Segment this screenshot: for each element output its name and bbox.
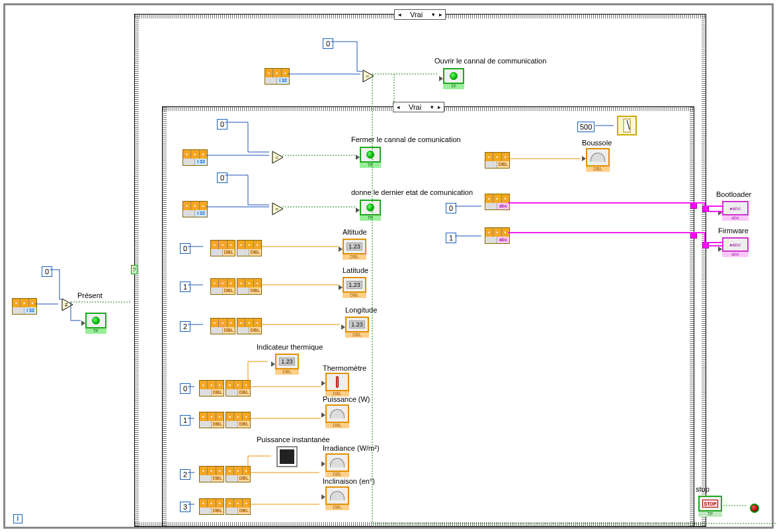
altitude-indicator: 1.23 DBL [343,239,366,260]
altitude-label: Altitude [343,228,367,236]
present-label: Présent [77,291,102,299]
case-inner-prev-icon[interactable]: ◂ [395,103,401,111]
power-label: Puissance (W) [323,395,370,403]
equal-node-outer: = [362,69,374,83]
dbl-terminal-alt-a: ▪▪▪ DBL [210,240,235,256]
latitude-indicator: 1.23 DBL [343,277,366,298]
close-channel-indicator: TF [360,147,381,168]
str-terminal-0: ▪▪▪ abc [485,194,510,210]
svg-text:=: = [275,206,278,212]
case-next-icon[interactable]: ▸ [437,11,444,19]
const-irr: 2 [180,469,190,480]
dbl-terminal-therm-a: ▪▪▪ DBL [199,380,224,397]
const-alt: 0 [180,243,190,254]
dbl-terminal-lat-a: ▪▪▪ DBL [210,278,235,295]
dbl-terminal-therm-b: ▪▪▪ DBL [225,380,251,397]
svg-text:=: = [366,73,369,79]
case-dropdown-icon[interactable]: ▾ [430,11,436,19]
outer-const-0: 0 [323,38,333,49]
loop-stop-condition [750,504,759,513]
bootloader-indicator: ▸abc abc [722,201,749,221]
equal-node-2: = [272,202,284,215]
conditional-tunnel: ? [131,265,138,274]
loop-iteration-terminal: i [13,514,22,523]
const-pwr: 1 [180,415,190,426]
str-terminal-1: ▪▪▪ abc [485,227,510,244]
case-inner-next-icon[interactable]: ▸ [436,103,442,111]
dbl-terminal-pwr-b: ▪▪▪ DBL [225,412,251,428]
bootloader-label: Bootloader [716,190,751,198]
instant-power-label: Puissance instantanée [257,436,330,443]
dbl-terminal-lon-a: ▪▪▪ DBL [210,318,235,334]
dbl-terminal-inc-a: ▪▪▪ DBL [199,498,224,515]
dbl-terminal-inc-b: ▪▪▪ DBL [225,498,251,515]
case-selector-outer[interactable]: ◂ Vrai ▾ ▸ [394,9,446,20]
irradiance-indicator: DBL [325,453,349,477]
i32-terminal-left: ▪▪▪ I 32 [12,298,37,315]
open-channel-label: Ouvrir le cannal de communication [434,57,546,65]
case-prev-icon[interactable]: ◂ [396,11,403,19]
case-structure-inner [162,106,694,527]
longitude-indicator: 1.23 DBL [345,317,369,338]
power-indicator: DBL [325,404,349,428]
tunnel-pink-2 [690,232,697,239]
const-r1: 1 [446,233,456,243]
case-selector-inner[interactable]: ◂ Vrai ▾ ▸ [393,102,444,112]
dbl-terminal-irr-a: ▪▪▪ DBL [199,466,224,482]
inner-const-mid: 0 [217,172,227,183]
longitude-label: Longitude [345,306,377,314]
const-zero-left: 0 [42,266,52,277]
dbl-terminal-irr-b: ▪▪▪ DBL [225,466,251,482]
inner-i32-1a: ▪▪▪ I 32 [183,149,208,166]
stop-label: stop [696,485,710,493]
thermal-ind-label: Indicateur thermique [257,343,323,351]
open-channel-indicator: TF [443,68,464,89]
dbl-terminal-bouss: ▪▪▪ DBL [485,152,510,169]
firmware-label: Firmware [718,227,749,235]
const-500: 500 [577,122,594,132]
while-loop-frame: ◂ Vrai ▾ ▸ ◂ Vrai ▾ ▸ ? i 0 ▪▪▪ I 32 ≠ P… [3,3,774,529]
case-inner-dropdown-icon[interactable]: ▾ [429,103,435,111]
const-inc: 3 [180,502,190,512]
inner-i32-2: ▪▪▪ I 32 [183,201,208,217]
dbl-terminal-pwr-a: ▪▪▪ DBL [199,412,224,428]
svg-text:≠: ≠ [65,301,68,308]
stop-button-terminal[interactable]: STOP TF [698,496,722,517]
thermometer-indicator: DBL [325,373,349,397]
boussole-indicator: DBL [586,148,610,172]
thermometer-label: Thermomètre [323,364,366,372]
outer-i32-terminal: ▪▪▪ I 32 [265,68,290,85]
svg-text:=: = [275,154,278,161]
instant-power-chart [276,446,298,467]
irradiance-label: Irradiance (W/m²) [323,444,380,452]
equal-node-1: = [272,151,284,164]
present-indicator: TF [85,313,106,334]
close-channel-label: Fermer le cannal de comunication [351,135,461,143]
inner-const-top: 0 [217,119,227,130]
const-r0: 0 [446,203,456,213]
last-state-indicator: TF [360,200,381,221]
case-inner-selector-value: Vrai [402,103,428,111]
dbl-terminal-lon-b: ▪▪▪ DBL [237,318,262,334]
tunnel-pink-4 [702,242,709,248]
tunnel-pink-3 [702,206,709,212]
inclination-label: Inclinaison (en°) [323,477,375,485]
case-selector-value: Vrai [403,11,429,19]
const-therm: 0 [180,383,190,394]
last-state-label: donne le dernier etat de comunication [351,188,473,196]
firmware-indicator: ▸abc abc [722,237,749,257]
inclination-indicator: DBL [325,486,349,510]
dbl-terminal-alt-b: ▪▪▪ DBL [237,240,262,256]
dbl-terminal-lat-b: ▪▪▪ DBL [237,278,262,295]
latitude-label: Latitude [343,266,368,274]
tunnel-pink-1 [690,202,697,209]
boussole-label: Boussole [582,139,612,147]
const-lat: 1 [180,282,190,292]
wait-ms-node [617,116,637,135]
thermal-indicator: 1.23 DBL [275,354,299,375]
const-lon: 2 [180,321,190,332]
not-equal-node: ≠ [61,298,73,311]
